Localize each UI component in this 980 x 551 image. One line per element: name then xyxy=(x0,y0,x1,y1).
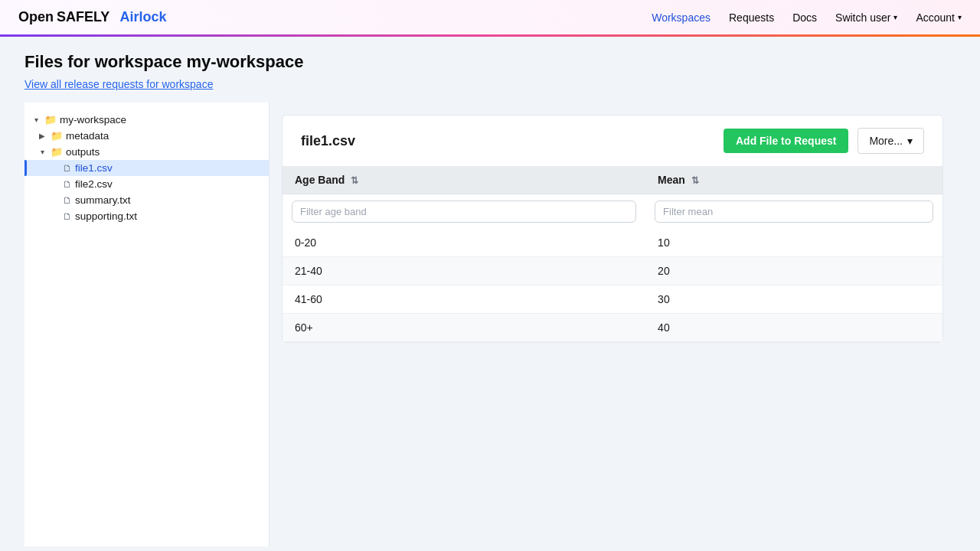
sidebar-item-file1csv[interactable]: 🗋 file1.csv xyxy=(24,160,269,176)
sidebar-item-outputs[interactable]: ▾ 📁 outputs xyxy=(24,144,269,160)
age-band-cell-3: 41-60 xyxy=(283,285,645,314)
summarytxt-file-icon: 🗋 xyxy=(63,195,72,206)
file-panel: file1.csv Add File to Request More... ▾ xyxy=(282,115,943,343)
sidebar-item-workspace[interactable]: ▾ 📁 my-workspace xyxy=(24,112,269,128)
file2csv-label: file2.csv xyxy=(75,178,113,190)
nav-account-dropdown[interactable]: Account ▾ xyxy=(916,11,962,24)
main-layout: ▾ 📁 my-workspace ▶ 📁 metadata ▾ 📁 output… xyxy=(24,103,956,546)
mean-filter-input[interactable] xyxy=(655,201,933,223)
workspace-label: my-workspace xyxy=(60,114,126,126)
nav-switch-user-dropdown[interactable]: Switch user ▾ xyxy=(835,11,897,24)
metadata-folder-icon: 📁 xyxy=(51,130,63,142)
more-chevron-icon: ▾ xyxy=(907,135,913,147)
summarytxt-label: summary.txt xyxy=(75,194,131,206)
file-panel-actions: Add File to Request More... ▾ xyxy=(724,128,924,154)
add-file-to-request-button[interactable]: Add File to Request xyxy=(724,129,848,153)
file-content-area: file1.csv Add File to Request More... ▾ xyxy=(270,103,956,546)
metadata-label: metadata xyxy=(66,130,109,142)
age-band-sort-icon[interactable]: ⇅ xyxy=(351,175,358,186)
table-filter-row xyxy=(283,194,942,230)
col-age-band-header[interactable]: Age Band ⇅ xyxy=(283,166,645,194)
table-header-row: Age Band ⇅ Mean ⇅ xyxy=(283,166,942,194)
nav-requests[interactable]: Requests xyxy=(729,11,774,24)
age-band-cell-4: 60+ xyxy=(283,314,645,342)
more-button-label: More... xyxy=(869,135,903,147)
data-table: Age Band ⇅ Mean ⇅ xyxy=(283,166,942,342)
metadata-expand-icon: ▶ xyxy=(37,132,47,140)
page-content: Files for workspace my-workspace View al… xyxy=(0,37,980,551)
outputs-label: outputs xyxy=(66,146,100,158)
mean-cell-3: 30 xyxy=(645,285,942,314)
more-button[interactable]: More... ▾ xyxy=(858,128,924,154)
sidebar-item-metadata[interactable]: ▶ 📁 metadata xyxy=(24,128,269,144)
table-row: 21-40 20 xyxy=(283,257,942,285)
table-row: 0-20 10 xyxy=(283,229,942,257)
main-header: OpenSAFELY Airlock Workspaces Requests D… xyxy=(0,0,980,37)
col-age-band-label: Age Band xyxy=(295,174,345,186)
sidebar-item-file2csv[interactable]: 🗋 file2.csv xyxy=(24,176,269,192)
sidebar: ▾ 📁 my-workspace ▶ 📁 metadata ▾ 📁 output… xyxy=(24,103,270,546)
workspace-folder-icon: 📁 xyxy=(44,114,57,126)
mean-sort-icon[interactable]: ⇅ xyxy=(691,175,699,186)
age-band-cell-2: 21-40 xyxy=(283,257,645,285)
file1csv-label: file1.csv xyxy=(75,162,113,174)
file-panel-header: file1.csv Add File to Request More... ▾ xyxy=(283,116,942,166)
table-row: 41-60 30 xyxy=(283,285,942,314)
sidebar-wrapper: ▾ 📁 my-workspace ▶ 📁 metadata ▾ 📁 output… xyxy=(24,103,270,546)
nav-account-label: Account xyxy=(916,11,955,24)
sidebar-item-summarytxt[interactable]: 🗋 summary.txt xyxy=(24,192,269,208)
page-title: Files for workspace my-workspace xyxy=(24,52,956,72)
mean-cell-2: 20 xyxy=(645,257,942,285)
file1csv-file-icon: 🗋 xyxy=(63,163,72,174)
logo-safely-text: SAFELY xyxy=(57,9,109,25)
outputs-folder-icon: 📁 xyxy=(51,146,63,158)
nav-docs[interactable]: Docs xyxy=(792,11,817,24)
logo-airlock-text: Airlock xyxy=(119,9,166,25)
col-mean-header[interactable]: Mean ⇅ xyxy=(645,166,942,194)
sidebar-item-supportingtxt[interactable]: 🗋 supporting.txt xyxy=(24,208,269,224)
age-band-cell-1: 0-20 xyxy=(283,229,645,257)
age-band-filter-input[interactable] xyxy=(292,201,636,223)
view-release-requests-link[interactable]: View all release requests for workspace xyxy=(24,78,213,90)
switch-user-chevron-icon: ▾ xyxy=(893,13,897,21)
supportingtxt-label: supporting.txt xyxy=(75,210,137,222)
logo: OpenSAFELY Airlock xyxy=(18,9,166,25)
main-nav: Workspaces Requests Docs Switch user ▾ A… xyxy=(652,11,962,24)
workspace-expand-icon: ▾ xyxy=(31,116,41,124)
logo-open-text: Open xyxy=(18,9,54,25)
mean-cell-4: 40 xyxy=(645,314,942,342)
account-chevron-icon: ▾ xyxy=(958,13,962,21)
nav-switch-user-label: Switch user xyxy=(835,11,890,24)
col-mean-label: Mean xyxy=(658,174,685,186)
file-panel-filename: file1.csv xyxy=(301,133,355,149)
supportingtxt-file-icon: 🗋 xyxy=(63,211,72,222)
nav-workspaces[interactable]: Workspaces xyxy=(652,11,710,24)
file2csv-file-icon: 🗋 xyxy=(63,179,72,190)
outputs-expand-icon: ▾ xyxy=(37,148,47,156)
mean-cell-1: 10 xyxy=(645,229,942,257)
table-row: 60+ 40 xyxy=(283,314,942,342)
